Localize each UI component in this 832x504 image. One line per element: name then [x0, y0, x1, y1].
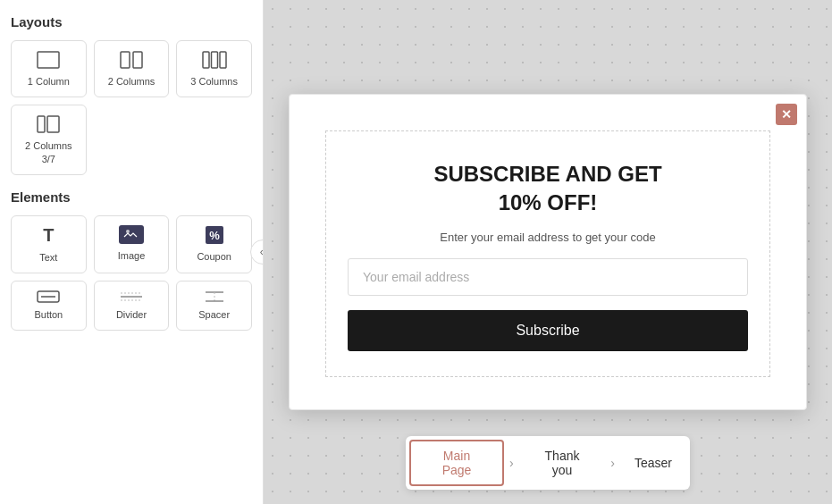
- element-spacer[interactable]: Spacer: [176, 281, 252, 331]
- popup-subtitle: Enter your email address to get your cod…: [440, 231, 655, 244]
- layouts-grid: 1 Column 2 Columns 3 Columns: [11, 40, 252, 97]
- bottom-tabs: Main Page › Thank you › Teaser: [406, 436, 690, 490]
- button-label: Button: [34, 308, 63, 321]
- svg-rect-8: [123, 227, 139, 239]
- layout-2col37[interactable]: 2 Columns3/7: [11, 105, 87, 175]
- popup-title: SUBSCRIBE AND GET10% OFF!: [433, 160, 661, 215]
- coupon-label: Coupon: [197, 250, 231, 263]
- svg-rect-7: [47, 116, 59, 132]
- tab-main-page[interactable]: Main Page: [409, 440, 504, 486]
- tab-thank-you[interactable]: Thank you: [516, 440, 609, 486]
- image-label: Image: [118, 249, 146, 262]
- svg-rect-6: [38, 116, 45, 132]
- element-button[interactable]: Button: [11, 281, 87, 331]
- layouts-section-title: Layouts: [11, 14, 252, 29]
- svg-rect-5: [220, 52, 226, 68]
- svg-rect-1: [121, 52, 130, 68]
- image-icon: [119, 225, 144, 244]
- 2col-icon: [119, 50, 144, 70]
- popup-modal: ✕ SUBSCRIBE AND GET10% OFF! Enter your e…: [289, 94, 807, 409]
- 3col-icon: [202, 50, 227, 70]
- chevron-1-icon: ›: [508, 456, 516, 470]
- svg-rect-0: [38, 52, 59, 68]
- 2col-label: 2 Columns: [108, 75, 155, 88]
- divider-label: Divider: [116, 308, 147, 321]
- elements-grid: T Text Image: [11, 215, 252, 332]
- layout-2col[interactable]: 2 Columns: [94, 40, 170, 97]
- divider-icon: [120, 290, 143, 303]
- 2col37-label: 2 Columns3/7: [25, 139, 72, 165]
- element-text[interactable]: T Text: [11, 215, 87, 273]
- button-icon: [37, 290, 60, 303]
- 1col-icon: [36, 50, 61, 70]
- sidebar: Layouts 1 Column 2 Columns: [0, 0, 264, 504]
- subscribe-button[interactable]: Subscribe: [348, 310, 748, 351]
- elements-section: Elements T Text Image: [11, 189, 252, 332]
- email-input[interactable]: [348, 258, 748, 296]
- element-image[interactable]: Image: [94, 215, 170, 273]
- spacer-label: Spacer: [198, 308, 230, 321]
- close-button[interactable]: ✕: [776, 104, 797, 125]
- text-label: Text: [39, 251, 57, 264]
- text-icon: T: [43, 225, 54, 246]
- svg-rect-3: [203, 52, 209, 68]
- coupon-icon: %: [205, 225, 224, 245]
- element-coupon[interactable]: % Coupon: [176, 215, 252, 273]
- 1col-label: 1 Column: [28, 75, 70, 88]
- chevron-2-icon: ›: [609, 456, 617, 470]
- 3col-label: 3 Columns: [190, 75, 238, 88]
- elements-section-title: Elements: [11, 189, 252, 205]
- tab-teaser[interactable]: Teaser: [617, 447, 690, 479]
- spacer-icon: [203, 290, 226, 303]
- svg-rect-2: [133, 52, 142, 68]
- layout-3col[interactable]: 3 Columns: [176, 40, 252, 97]
- svg-rect-4: [211, 52, 217, 68]
- main-canvas: ✕ SUBSCRIBE AND GET10% OFF! Enter your e…: [264, 0, 832, 504]
- 2col37-icon: [36, 114, 61, 134]
- svg-text:%: %: [209, 229, 220, 242]
- layout-1col[interactable]: 1 Column: [11, 40, 87, 97]
- element-divider[interactable]: Divider: [94, 281, 170, 331]
- popup-inner: SUBSCRIBE AND GET10% OFF! Enter your ema…: [325, 130, 770, 376]
- collapse-button[interactable]: «: [250, 239, 264, 265]
